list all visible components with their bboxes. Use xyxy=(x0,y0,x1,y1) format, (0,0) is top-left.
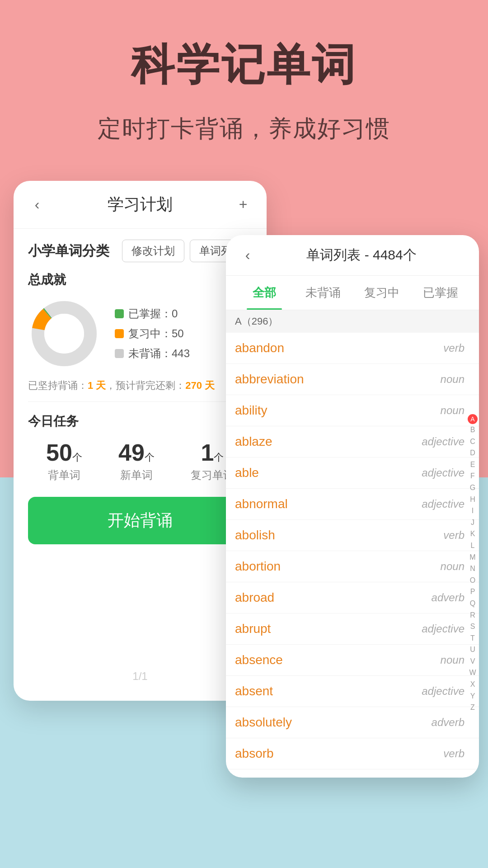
word-row-2[interactable]: ability noun xyxy=(226,395,479,426)
back-icon-left[interactable]: ‹ xyxy=(28,196,46,213)
word-type-0: verb xyxy=(443,342,465,354)
task-memorize-label: 背单词 xyxy=(46,468,82,482)
legend-dot-unmemorized xyxy=(115,349,124,358)
alpha-r[interactable]: R xyxy=(470,609,475,621)
word-text-13: absorb xyxy=(235,746,274,761)
task-new-label: 新单词 xyxy=(118,468,155,482)
word-row-5[interactable]: abnormal adjective xyxy=(226,489,479,520)
legend-mastered-label: 已掌握：0 xyxy=(128,307,178,321)
modify-plan-btn[interactable]: 修改计划 xyxy=(122,240,184,262)
word-list-title: 单词列表 - 4484个 xyxy=(257,246,466,264)
today-task-label: 今日任务 xyxy=(28,413,252,430)
alpha-t[interactable]: T xyxy=(470,632,475,644)
word-text-8: abroad xyxy=(235,590,274,605)
task-memorize-num: 50个 xyxy=(46,439,82,466)
main-title: 科学记单词 xyxy=(0,36,488,95)
section-title: 小学单词分类 xyxy=(28,242,109,260)
word-text-6: abolish xyxy=(235,528,275,542)
alpha-b[interactable]: B xyxy=(470,424,475,436)
alpha-h[interactable]: H xyxy=(470,494,475,505)
word-type-11: adjective xyxy=(422,685,465,698)
alpha-v[interactable]: V xyxy=(470,656,475,667)
word-list: A B C D E F G H I J K L M N O P Q R S T xyxy=(226,333,479,769)
word-row-13[interactable]: absorb verb xyxy=(226,738,479,769)
word-row-9[interactable]: abrupt adjective xyxy=(226,613,479,645)
alpha-s[interactable]: S xyxy=(470,621,475,632)
alpha-k[interactable]: K xyxy=(470,528,475,540)
word-row-0[interactable]: abandon verb xyxy=(226,333,479,364)
word-text-12: absolutely xyxy=(235,715,292,730)
alpha-w[interactable]: W xyxy=(469,667,476,679)
alpha-z[interactable]: Z xyxy=(470,702,475,713)
word-section-header: A（296） xyxy=(226,310,479,333)
tab-unmemorized[interactable]: 未背诵 xyxy=(294,276,352,310)
word-type-1: noun xyxy=(441,373,465,386)
alpha-c[interactable]: C xyxy=(470,436,475,448)
streak-days: 1 天 xyxy=(88,380,106,391)
legend-dot-mastered xyxy=(115,309,124,318)
alpha-d[interactable]: D xyxy=(470,447,475,459)
word-row-3[interactable]: ablaze adjective xyxy=(226,426,479,458)
word-row-8[interactable]: abroad adverb xyxy=(226,582,479,613)
word-type-6: verb xyxy=(443,529,465,542)
word-text-11: absent xyxy=(235,684,273,698)
legend-dot-reviewing xyxy=(115,329,124,338)
alpha-o[interactable]: O xyxy=(470,575,475,586)
word-row-4[interactable]: able adjective xyxy=(226,458,479,489)
alpha-i[interactable]: I xyxy=(472,505,474,517)
tab-reviewing[interactable]: 复习中 xyxy=(352,276,411,310)
word-list-header: ‹ 单词列表 - 4484个 xyxy=(226,235,479,276)
tab-all[interactable]: 全部 xyxy=(235,276,294,310)
tabs: 全部 未背诵 复习中 已掌握 xyxy=(226,276,479,310)
svg-point-3 xyxy=(44,314,84,354)
word-type-3: adjective xyxy=(422,435,465,448)
word-row-12[interactable]: absolutely adverb xyxy=(226,707,479,738)
alpha-a[interactable]: A xyxy=(468,414,478,424)
alpha-j[interactable]: J xyxy=(471,517,474,528)
subtitle: 定时打卡背诵，养成好习惯 xyxy=(0,113,488,145)
word-text-5: abnormal xyxy=(235,497,288,511)
task-stats: 50个 背单词 49个 新单词 1个 复习单词 xyxy=(28,439,252,482)
word-type-2: noun xyxy=(441,404,465,417)
word-type-4: adjective xyxy=(422,467,465,479)
alpha-g[interactable]: G xyxy=(470,482,475,494)
alpha-e[interactable]: E xyxy=(470,459,475,471)
alpha-l[interactable]: L xyxy=(471,540,475,552)
card-left-title: 学习计划 xyxy=(46,193,234,216)
alpha-n[interactable]: N xyxy=(470,563,475,575)
word-row-1[interactable]: abbreviation noun xyxy=(226,364,479,395)
word-text-2: ability xyxy=(235,403,267,418)
alpha-p[interactable]: P xyxy=(470,586,475,598)
card-left-header: ‹ 学习计划 + xyxy=(14,181,267,229)
word-row-6[interactable]: abolish verb xyxy=(226,520,479,551)
word-type-8: adverb xyxy=(432,591,465,604)
add-icon[interactable]: + xyxy=(234,196,252,213)
alpha-y[interactable]: Y xyxy=(470,690,475,702)
word-list-card: ‹ 单词列表 - 4484个 全部 未背诵 复习中 已掌握 A（296） A B… xyxy=(226,235,479,778)
word-row-10[interactable]: absence noun xyxy=(226,645,479,676)
alpha-u[interactable]: U xyxy=(470,644,475,656)
start-memorize-btn[interactable]: 开始背诵 xyxy=(28,497,252,544)
tab-mastered[interactable]: 已掌握 xyxy=(411,276,470,310)
task-memorize: 50个 背单词 xyxy=(46,439,82,482)
legend: 已掌握：0 复习中：50 未背诵：443 xyxy=(115,307,190,361)
word-row-11[interactable]: absent adjective xyxy=(226,676,479,707)
word-type-7: noun xyxy=(441,560,465,573)
word-type-5: adjective xyxy=(422,498,465,510)
cards-container: ‹ 学习计划 + 小学单词分类 修改计划 单词列表 总成就 xyxy=(0,181,488,769)
word-type-13: verb xyxy=(443,747,465,760)
word-text-7: abortion xyxy=(235,559,281,574)
word-text-3: ablaze xyxy=(235,434,272,449)
alpha-x[interactable]: X xyxy=(470,679,475,690)
legend-unmemorized: 未背诵：443 xyxy=(115,346,190,361)
alpha-f[interactable]: F xyxy=(470,470,475,482)
word-row-7[interactable]: abortion noun xyxy=(226,551,479,582)
alpha-q[interactable]: Q xyxy=(470,598,475,609)
word-rows-container: abandon verb abbreviation noun ability n… xyxy=(226,333,479,769)
achievement-section: 已掌握：0 复习中：50 未背诵：443 xyxy=(28,297,252,370)
back-icon-right[interactable]: ‹ xyxy=(239,247,257,264)
word-text-0: abandon xyxy=(235,341,284,355)
legend-unmemorized-label: 未背诵：443 xyxy=(128,346,190,361)
alpha-m[interactable]: M xyxy=(469,552,475,563)
word-text-10: absence xyxy=(235,653,283,667)
